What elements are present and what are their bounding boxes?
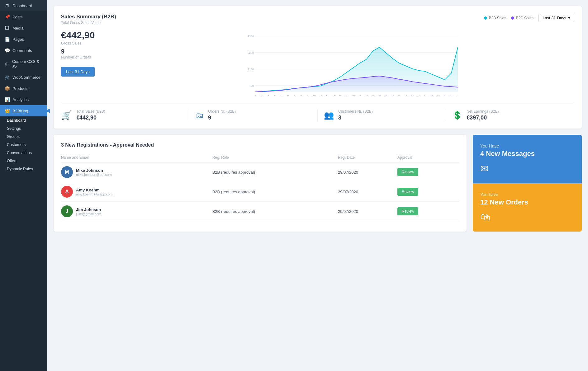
review-button[interactable]: Review	[397, 188, 418, 196]
sidebar-item-label: Analytics	[12, 97, 29, 102]
chart-svg: €300 €200 €100 €0	[130, 30, 574, 98]
col-name: Name and Email	[61, 153, 212, 162]
sidebar-item-posts[interactable]: 📌 Posts	[0, 11, 47, 22]
b2c-legend-label: B2C Sales	[516, 16, 533, 20]
stat-value-0: €442,90	[76, 115, 105, 121]
sidebar-item-label: WooCommerce	[12, 75, 40, 80]
sidebar: ⊞ Dashboard 📌 Posts 🎞 Media 📄 Pages 💬 Co…	[0, 0, 47, 371]
svg-text:15: 15	[345, 94, 348, 97]
svg-text:21: 21	[385, 94, 387, 97]
svg-text:20: 20	[378, 94, 381, 97]
sales-title: Sales Summary (B2B)	[61, 14, 116, 20]
svg-text:30: 30	[443, 94, 446, 97]
media-icon: 🎞	[4, 26, 10, 31]
svg-text:1: 1	[255, 94, 256, 97]
sidebar-item-label: Dashboard	[12, 3, 32, 8]
posts-icon: 📌	[4, 14, 10, 19]
dashboard-icon: ⊞	[4, 3, 10, 8]
sidebar-sub-conversations[interactable]: Conversations	[0, 149, 47, 157]
stat-label-1: Orders Nr. (B2B)	[208, 109, 236, 114]
sidebar-item-analytics[interactable]: 📊 Analytics	[0, 94, 47, 105]
bottom-section: 3 New Registrations - Approval Needed Na…	[54, 135, 582, 232]
msg-you-have: You Have	[480, 143, 574, 148]
stats-row: 🛒 Total Sales (B2B) €442,90 🗂 Orders Nr.…	[61, 103, 574, 121]
orders-card: You have 12 New Orders 🛍	[473, 183, 582, 232]
reg-role: B2B (requires approval)	[212, 182, 338, 202]
avatar: A	[61, 186, 73, 198]
last31-button[interactable]: Last 31 Days	[61, 67, 95, 77]
stat-value-1: 9	[208, 115, 236, 121]
svg-text:17: 17	[358, 94, 361, 97]
svg-text:10: 10	[313, 94, 315, 97]
review-button[interactable]: Review	[397, 207, 418, 215]
sidebar-item-b2bking[interactable]: 👑 B2BKing	[0, 105, 47, 116]
svg-text:27: 27	[424, 94, 427, 97]
col-approval: Approval	[397, 153, 459, 162]
stat-customers: 👥 Customers Nr. (B2B) 3	[318, 109, 446, 121]
svg-text:3: 3	[268, 94, 269, 97]
reg-date: 29/07/2020	[338, 182, 397, 202]
sidebar-item-label: B2BKing	[12, 109, 28, 113]
sales-chart: €300 €200 €100 €0	[130, 30, 574, 100]
sidebar-item-woocommerce[interactable]: 🛒 WooCommerce	[0, 72, 47, 83]
gross-sales-label: Gross Sales	[61, 41, 123, 45]
reg-date: 29/07/2020	[338, 202, 397, 221]
user-name: Mike Johnson	[76, 168, 112, 173]
svg-text:11: 11	[319, 94, 322, 97]
svg-text:€200: €200	[248, 51, 254, 54]
svg-text:2: 2	[261, 94, 263, 97]
sidebar-sub-dashboard[interactable]: Dashboard	[0, 116, 47, 124]
reg-title: 3 New Registrations - Approval Needed	[61, 142, 459, 148]
msg-count: 4 New Messages	[480, 150, 574, 158]
user-email: amy.koehm@wapp.com	[76, 192, 112, 196]
svg-text:26: 26	[417, 94, 420, 97]
svg-text:24: 24	[404, 94, 407, 97]
b2b-legend-label: B2B Sales	[489, 16, 506, 20]
user-cell: M Mike Johnson mike.jonhson@aol.com	[61, 166, 212, 178]
reg-role: B2B (requires approval)	[212, 162, 338, 182]
stat-label-3: Net Earnings (B2B)	[467, 109, 499, 114]
table-row: M Mike Johnson mike.jonhson@aol.com B2B …	[61, 162, 459, 182]
table-row: A Amy Koehm amy.koehm@wapp.com B2B (requ…	[61, 182, 459, 202]
sidebar-item-custom-css[interactable]: ⊕ Custom CSS & JS	[0, 56, 47, 72]
svg-text:9: 9	[307, 94, 309, 97]
sidebar-sub-dynamic-rules[interactable]: Dynamic Rules	[0, 165, 47, 173]
svg-text:12: 12	[326, 94, 329, 97]
sidebar-item-label: Pages	[12, 37, 24, 42]
sidebar-sub-settings[interactable]: Settings	[0, 124, 47, 133]
stat-total-sales: 🛒 Total Sales (B2B) €442,90	[61, 109, 189, 121]
user-cell: J Jim Johnson j.jim@gmail.com	[61, 205, 212, 217]
sales-subtitle: Total Gross Sales Value	[61, 21, 116, 25]
sidebar-sub-offers[interactable]: Offers	[0, 157, 47, 165]
user-email: mike.jonhson@aol.com	[76, 173, 112, 176]
sidebar-item-dashboard[interactable]: ⊞ Dashboard	[0, 0, 47, 11]
svg-text:18: 18	[365, 94, 368, 97]
sidebar-item-pages[interactable]: 📄 Pages	[0, 34, 47, 45]
date-range-dropdown[interactable]: Last 31 Days ▾	[538, 14, 574, 22]
avatar: M	[61, 166, 73, 178]
css-icon: ⊕	[4, 61, 10, 66]
review-button[interactable]: Review	[397, 168, 418, 176]
sidebar-item-media[interactable]: 🎞 Media	[0, 22, 47, 34]
sidebar-sub-customers[interactable]: Customers	[0, 141, 47, 149]
sidebar-sub-groups[interactable]: Groups	[0, 133, 47, 141]
col-role: Reg. Role	[212, 153, 338, 162]
orders-count: 9	[61, 48, 123, 55]
b2bking-icon: 👑	[4, 108, 10, 113]
svg-text:28: 28	[430, 94, 433, 97]
b2c-legend: B2C Sales	[511, 16, 533, 20]
analytics-icon: 📊	[4, 97, 10, 102]
comments-icon: 💬	[4, 48, 10, 53]
dollar-icon: 💲	[452, 110, 462, 120]
svg-text:5: 5	[281, 94, 282, 97]
orders-label: Number of Orders	[61, 55, 123, 59]
b2c-legend-dot	[511, 16, 514, 20]
sidebar-item-products[interactable]: 📦 Products	[0, 83, 47, 94]
svg-text:22: 22	[391, 94, 394, 97]
sidebar-item-label: Products	[12, 86, 28, 91]
sidebar-item-comments[interactable]: 💬 Comments	[0, 45, 47, 56]
stat-label-0: Total Sales (B2B)	[76, 109, 105, 114]
reg-table: Name and Email Reg. Role Reg. Date Appro…	[61, 153, 459, 221]
sidebar-item-label: Posts	[12, 15, 23, 19]
svg-text:14: 14	[339, 94, 342, 97]
